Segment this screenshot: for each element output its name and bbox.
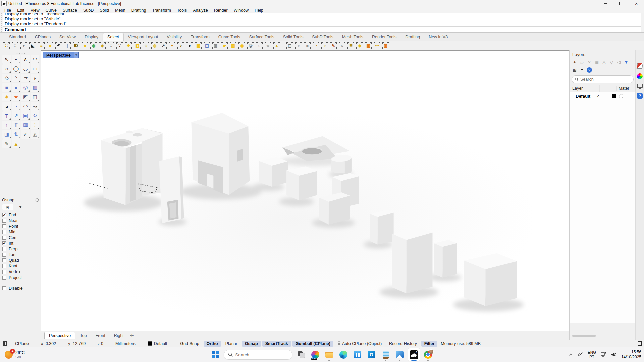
screen-icon[interactable] (638, 341, 642, 346)
select-last-object-icon[interactable]: ■ (46, 42, 54, 50)
rectangle-icon[interactable]: ▭ (31, 64, 39, 73)
menu-item[interactable]: Solid (97, 8, 112, 13)
command-scrollbar[interactable] (641, 13, 644, 32)
text-icon[interactable]: T (2, 111, 11, 120)
ribbon-tab[interactable]: Transform (186, 33, 214, 41)
toolbar-group-divider[interactable] (282, 42, 285, 50)
single-point-icon[interactable]: • (12, 55, 20, 64)
status-field[interactable]: CPlane (15, 341, 29, 346)
do-not-disturb-icon[interactable] (577, 352, 583, 357)
arc-icon[interactable]: ◡ (21, 64, 30, 73)
select-previous-icon[interactable]: ↶ (55, 42, 63, 50)
ribbon-tab[interactable]: CPlanes (31, 33, 55, 41)
layers-horizontal-scrollbar[interactable] (572, 335, 596, 337)
checkbox[interactable] (2, 219, 6, 223)
boolean-difference-icon[interactable]: ◔ (12, 102, 20, 111)
layer-color-swatch[interactable] (612, 94, 616, 98)
magnifier-icon[interactable]: ○ (338, 42, 346, 50)
osnap-option[interactable]: Perp (0, 246, 41, 252)
command-input[interactable] (28, 27, 641, 32)
checkbox[interactable] (2, 276, 6, 280)
taskbar-search-input[interactable] (235, 352, 282, 357)
menu-item[interactable]: File (1, 8, 14, 13)
select-hatches-icon[interactable]: ◍ (151, 42, 159, 50)
fillet-edge-icon[interactable]: ◠ (21, 102, 30, 111)
menu-item[interactable]: View (28, 8, 43, 13)
volume-icon[interactable] (611, 352, 617, 357)
check-select-icon[interactable]: ✓ (21, 130, 30, 139)
trim-icon[interactable]: ◤ (21, 93, 30, 101)
ribbon-tab[interactable]: Select (103, 33, 124, 41)
ribbon-tab[interactable]: Display (80, 33, 103, 41)
select-spiral-icon[interactable]: @ (247, 42, 255, 50)
panel-tab-icon[interactable] (637, 73, 643, 79)
surface-bend-icon[interactable]: ◗ (31, 74, 39, 82)
select-cone-icon[interactable]: ▲ (273, 42, 281, 50)
osnap-option[interactable]: Cen (0, 235, 41, 240)
select-small-objects-icon[interactable]: ∴ (107, 42, 115, 50)
layer-name[interactable]: Default (570, 94, 592, 99)
select-points-icon[interactable]: ∷ (2, 42, 10, 50)
split-icon[interactable]: ◫ (31, 93, 39, 101)
select-cursor-icon[interactable]: ↖ (2, 55, 11, 64)
osnap-option[interactable]: End (0, 212, 41, 218)
panel-tab-icon[interactable] (637, 63, 643, 69)
ribbon-tab[interactable]: Curve Tools (214, 33, 245, 41)
status-toggle[interactable]: Ortho (204, 341, 221, 347)
panel-tab-icon[interactable] (637, 84, 643, 88)
osnap-option[interactable]: Project (0, 275, 41, 280)
ribbon-tab[interactable]: Viewport Layout (124, 33, 162, 41)
circle-icon[interactable]: ○ (2, 64, 11, 73)
checkbox[interactable] (2, 241, 6, 245)
weather-widget[interactable]: 4 26°C Sol (5, 350, 25, 359)
checkbox[interactable] (2, 224, 6, 228)
ink-drops-icon[interactable]: ◑ (321, 42, 329, 50)
select-by-layer-icon[interactable]: ≡ (37, 42, 45, 50)
tray-chevron-up-icon[interactable] (568, 352, 573, 357)
select-detail-frame-icon[interactable]: ▣ (212, 42, 220, 50)
taskbar-app[interactable] (422, 348, 434, 361)
orange-box-icon[interactable]: ▣ (382, 42, 390, 50)
restore-button[interactable] (613, 0, 629, 7)
select-surfaces-icon[interactable]: ◈ (98, 42, 106, 50)
menu-item[interactable]: Curve (43, 8, 60, 13)
status-field[interactable]: z 0 (98, 341, 103, 346)
move-up-icon[interactable]: △ (600, 59, 608, 65)
gear-icon[interactable] (35, 198, 39, 202)
ribbon-tab[interactable]: Visibility (162, 33, 186, 41)
layer-material-icon[interactable] (619, 94, 623, 98)
gray-sphere-icon[interactable]: ● (294, 42, 303, 50)
current-layer-indicator[interactable]: Default (148, 341, 167, 346)
viewport-properties-icon[interactable] (3, 341, 7, 346)
layer-filter-icon[interactable]: ▼ (623, 59, 630, 65)
status-toggle[interactable]: Osnap (242, 341, 261, 347)
select-render-sphere-icon[interactable]: ● (185, 42, 194, 50)
viewport-menu-dropdown-icon[interactable]: ▼ (74, 52, 79, 58)
select-clipping-plane-icon[interactable]: ◫ (203, 42, 211, 50)
annotate-pen-icon[interactable]: ✎ (2, 139, 11, 148)
menu-item[interactable]: Tools (174, 8, 190, 13)
box-icon[interactable]: ■ (2, 83, 11, 92)
ribbon-tab[interactable]: Solid Tools (279, 33, 308, 41)
status-field[interactable]: x -0.302 (41, 341, 56, 346)
taskbar-app[interactable] (309, 348, 322, 361)
taskbar-app[interactable] (337, 348, 350, 361)
move-down-icon[interactable]: ▽ (608, 59, 615, 65)
layer-row[interactable]: Default ✓ (570, 92, 636, 100)
viewport-tab[interactable]: Perspective (44, 332, 75, 339)
invert-selection-icon[interactable]: ◣ (29, 42, 37, 50)
menu-item[interactable]: Window (231, 8, 252, 13)
ribs-icon[interactable]: ⇈ (12, 121, 20, 129)
align-icon[interactable]: ⇅ (12, 130, 20, 139)
surface-corner-icon[interactable]: ▱ (21, 74, 30, 82)
checkbox[interactable] (2, 264, 6, 268)
viewport-tab[interactable]: Front (91, 332, 109, 339)
marquee-select-icon[interactable]: ▢ (286, 42, 294, 50)
osnap-disable-option[interactable]: Disable (0, 285, 41, 291)
select-wand-icon[interactable]: | (63, 42, 71, 50)
ribbon-tab[interactable]: Render Tools (368, 33, 401, 41)
paintbrush-icon[interactable]: ✎ (329, 42, 337, 50)
osnap-option[interactable]: Vertex (0, 269, 41, 275)
mesh-plane-icon[interactable]: ▨ (31, 83, 39, 92)
viewport-title[interactable]: Perspective (43, 52, 74, 58)
